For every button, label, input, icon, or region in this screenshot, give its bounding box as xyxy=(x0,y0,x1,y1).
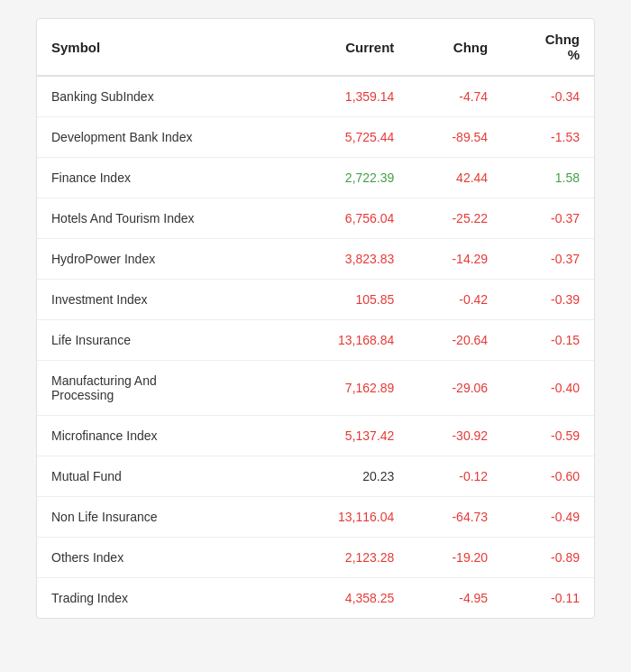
cell-current: 20.23 xyxy=(286,456,409,497)
index-table: Symbol Current Chng Chng % Banking SubIn… xyxy=(36,18,595,619)
cell-chng: -4.95 xyxy=(408,578,502,619)
cell-chng: 42.44 xyxy=(408,158,502,198)
cell-symbol: Life Insurance xyxy=(37,320,286,361)
cell-symbol: HydroPower Index xyxy=(37,239,286,280)
cell-symbol: Banking SubIndex xyxy=(37,76,286,117)
cell-symbol: Microfinance Index xyxy=(37,416,286,456)
cell-chng-pct: -1.53 xyxy=(502,117,594,158)
cell-current: 5,725.44 xyxy=(286,117,409,158)
cell-symbol: Mutual Fund xyxy=(37,456,286,497)
cell-chng-pct: -0.89 xyxy=(502,538,594,578)
header-current: Current xyxy=(286,19,409,76)
cell-current: 1,359.14 xyxy=(286,76,409,117)
cell-chng-pct: -0.49 xyxy=(502,497,594,538)
table-row: Investment Index105.85-0.42-0.39 xyxy=(37,280,594,320)
cell-current: 105.85 xyxy=(286,280,409,320)
table-header-row: Symbol Current Chng Chng % xyxy=(37,19,594,76)
table-row: Life Insurance13,168.84-20.64-0.15 xyxy=(37,320,594,361)
cell-chng-pct: -0.37 xyxy=(502,198,594,239)
cell-symbol: Finance Index xyxy=(37,158,286,198)
cell-chng: -14.29 xyxy=(408,239,502,280)
cell-symbol: Others Index xyxy=(37,538,286,578)
cell-chng: -89.54 xyxy=(408,117,502,158)
cell-current: 4,358.25 xyxy=(286,578,409,619)
cell-symbol: Trading Index xyxy=(37,578,286,619)
cell-chng: -4.74 xyxy=(408,76,502,117)
cell-chng-pct: -0.34 xyxy=(502,76,594,117)
table-row: Trading Index4,358.25-4.95-0.11 xyxy=(37,578,594,619)
cell-symbol: Manufacturing And Processing xyxy=(37,361,286,416)
cell-chng-pct: 1.58 xyxy=(502,158,594,198)
table-row: Microfinance Index5,137.42-30.92-0.59 xyxy=(37,416,594,456)
cell-current: 13,168.84 xyxy=(286,320,409,361)
cell-chng: -0.42 xyxy=(408,280,502,320)
table-row: Banking SubIndex1,359.14-4.74-0.34 xyxy=(37,76,594,117)
table-row: Mutual Fund20.23-0.12-0.60 xyxy=(37,456,594,497)
cell-chng-pct: -0.11 xyxy=(502,578,594,619)
header-chng-pct: Chng % xyxy=(502,19,594,76)
cell-current: 2,123.28 xyxy=(286,538,409,578)
table-row: Non Life Insurance13,116.04-64.73-0.49 xyxy=(37,497,594,538)
cell-symbol: Development Bank Index xyxy=(37,117,286,158)
table-row: Finance Index2,722.3942.441.58 xyxy=(37,158,594,198)
cell-chng-pct: -0.59 xyxy=(502,416,594,456)
cell-chng: -64.73 xyxy=(408,497,502,538)
cell-chng-pct: -0.39 xyxy=(502,280,594,320)
cell-current: 5,137.42 xyxy=(286,416,409,456)
cell-chng: -0.12 xyxy=(408,456,502,497)
header-chng: Chng xyxy=(408,19,502,76)
cell-symbol: Investment Index xyxy=(37,280,286,320)
cell-chng-pct: -0.15 xyxy=(502,320,594,361)
cell-current: 6,756.04 xyxy=(286,198,409,239)
table-row: Others Index2,123.28-19.20-0.89 xyxy=(37,538,594,578)
cell-chng: -19.20 xyxy=(408,538,502,578)
cell-symbol: Non Life Insurance xyxy=(37,497,286,538)
cell-chng-pct: -0.40 xyxy=(502,361,594,416)
cell-chng: -20.64 xyxy=(408,320,502,361)
cell-chng: -29.06 xyxy=(408,361,502,416)
cell-chng-pct: -0.37 xyxy=(502,239,594,280)
header-symbol: Symbol xyxy=(37,19,286,76)
table-row: Development Bank Index5,725.44-89.54-1.5… xyxy=(37,117,594,158)
cell-chng-pct: -0.60 xyxy=(502,456,594,497)
table-row: HydroPower Index3,823.83-14.29-0.37 xyxy=(37,239,594,280)
cell-current: 2,722.39 xyxy=(286,158,409,198)
cell-current: 3,823.83 xyxy=(286,239,409,280)
table-row: Manufacturing And Processing7,162.89-29.… xyxy=(37,361,594,416)
cell-current: 13,116.04 xyxy=(286,497,409,538)
cell-symbol: Hotels And Tourism Index xyxy=(37,198,286,239)
cell-current: 7,162.89 xyxy=(286,361,409,416)
table-row: Hotels And Tourism Index6,756.04-25.22-0… xyxy=(37,198,594,239)
cell-chng: -30.92 xyxy=(408,416,502,456)
cell-chng: -25.22 xyxy=(408,198,502,239)
